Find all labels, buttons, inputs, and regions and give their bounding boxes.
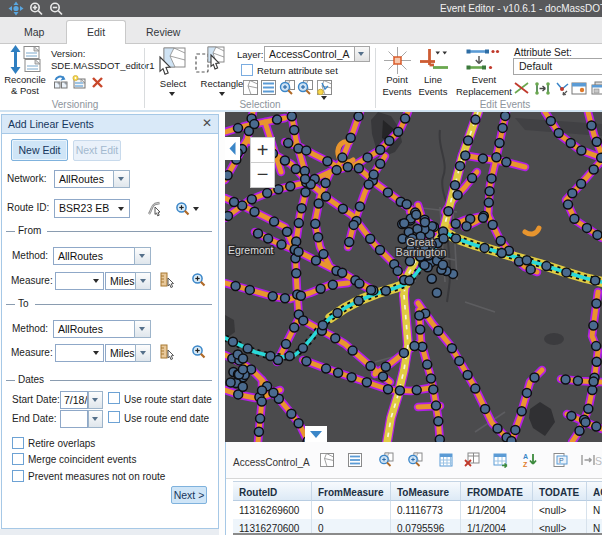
svg-text:Barrington: Barrington: [396, 246, 447, 258]
svg-text:Egremont: Egremont: [228, 244, 274, 256]
svg-text:Z: Z: [523, 461, 528, 468]
svg-text:P: P: [559, 457, 564, 464]
svg-text:A: A: [523, 453, 528, 460]
